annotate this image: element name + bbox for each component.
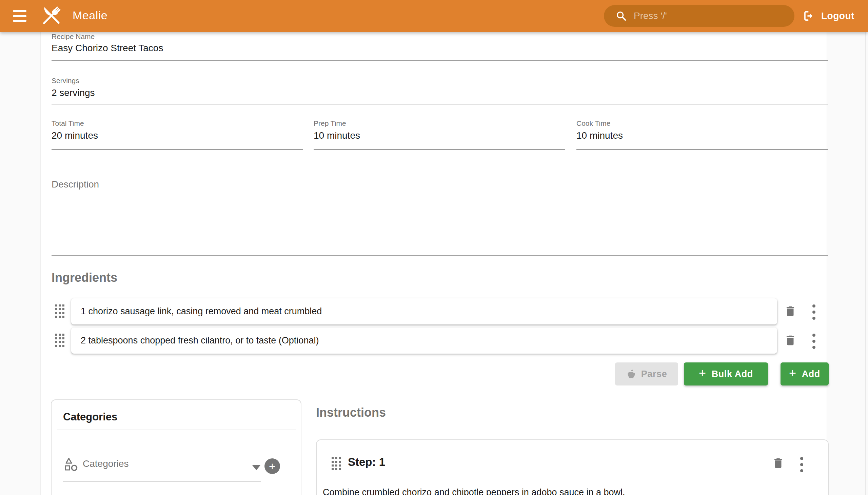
- categories-divider: [57, 430, 296, 430]
- search-input[interactable]: [634, 11, 780, 21]
- apple-icon: [626, 369, 636, 379]
- delete-ingredient-button[interactable]: [784, 304, 797, 320]
- ingredient-drag-handle[interactable]: [55, 305, 64, 318]
- ingredient-menu-button[interactable]: [812, 334, 815, 349]
- step-title: Step: 1: [348, 456, 385, 468]
- bulk-add-button[interactable]: + Bulk Add: [684, 362, 768, 386]
- step-drag-handle[interactable]: [331, 457, 341, 470]
- hamburger-menu-icon[interactable]: [13, 9, 27, 23]
- recipe-name-underline: [52, 61, 828, 61]
- ingredient-input[interactable]: 2 tablespoons chopped fresh cilantro, or…: [71, 327, 777, 354]
- plus-icon: +: [699, 367, 706, 379]
- categories-select[interactable]: Categories: [83, 458, 129, 469]
- trash-icon: [784, 333, 797, 348]
- plus-icon: +: [789, 367, 797, 379]
- categories-card-title: Categories: [63, 411, 117, 423]
- total-time-label: Total Time: [52, 119, 84, 127]
- ingredient-text: 2 tablespoons chopped fresh cilantro, or…: [81, 335, 319, 346]
- delete-ingredient-button[interactable]: [784, 333, 797, 349]
- cook-time-underline: [576, 149, 828, 150]
- chevron-down-icon[interactable]: [252, 465, 260, 470]
- servings-input[interactable]: 2 servings: [52, 87, 95, 98]
- shapes-icon: [64, 457, 78, 471]
- scrollbar[interactable]: [865, 32, 866, 495]
- servings-underline: [52, 104, 828, 104]
- parse-button[interactable]: Parse: [615, 362, 678, 386]
- logout-label: Logout: [821, 11, 854, 21]
- total-time-input[interactable]: 20 minutes: [52, 130, 98, 141]
- description-label: Description: [52, 179, 99, 190]
- recipe-name-label: Recipe Name: [52, 33, 95, 41]
- cook-time-input[interactable]: 10 minutes: [576, 130, 623, 141]
- search-bar[interactable]: [604, 5, 795, 27]
- add-category-button[interactable]: +: [265, 458, 280, 474]
- parse-label: Parse: [641, 369, 667, 379]
- recipe-editor-page: Mealie Logout Recipe Name Easy Chorizo S…: [0, 0, 868, 495]
- step-text-input[interactable]: Combine crumbled chorizo and chipotle pe…: [323, 487, 814, 495]
- add-ingredient-button[interactable]: + Add: [781, 362, 829, 386]
- delete-step-button[interactable]: [772, 456, 785, 472]
- instructions-heading: Instructions: [316, 406, 386, 420]
- cook-time-label: Cook Time: [576, 119, 610, 127]
- app-header: Mealie Logout: [0, 0, 868, 32]
- ingredients-heading: Ingredients: [52, 271, 117, 285]
- recipe-name-input[interactable]: Easy Chorizo Street Tacos: [52, 43, 163, 54]
- plus-icon: +: [269, 460, 276, 472]
- mealie-logo-icon: [39, 4, 63, 28]
- categories-select-underline: [63, 481, 261, 481]
- logout-button[interactable]: Logout: [803, 7, 854, 24]
- total-time-underline: [52, 149, 303, 150]
- step-menu-button[interactable]: [800, 457, 803, 472]
- search-icon: [615, 10, 627, 22]
- logout-icon: [803, 10, 814, 22]
- trash-icon: [784, 304, 797, 319]
- add-label: Add: [802, 369, 820, 379]
- prep-time-underline: [313, 149, 565, 150]
- trash-icon: [772, 456, 785, 471]
- description-underline: [52, 255, 828, 256]
- prep-time-label: Prep Time: [313, 119, 346, 127]
- step-card: [316, 439, 829, 495]
- bulk-add-label: Bulk Add: [712, 369, 753, 379]
- app-title: Mealie: [72, 9, 107, 22]
- ingredient-input[interactable]: 1 chorizo sausage link, casing removed a…: [71, 298, 777, 324]
- description-textarea[interactable]: [52, 190, 828, 251]
- prep-time-input[interactable]: 10 minutes: [313, 130, 360, 141]
- ingredient-menu-button[interactable]: [812, 305, 815, 320]
- servings-label: Servings: [52, 76, 79, 85]
- ingredient-text: 1 chorizo sausage link, casing removed a…: [81, 306, 322, 317]
- ingredient-drag-handle[interactable]: [55, 334, 64, 347]
